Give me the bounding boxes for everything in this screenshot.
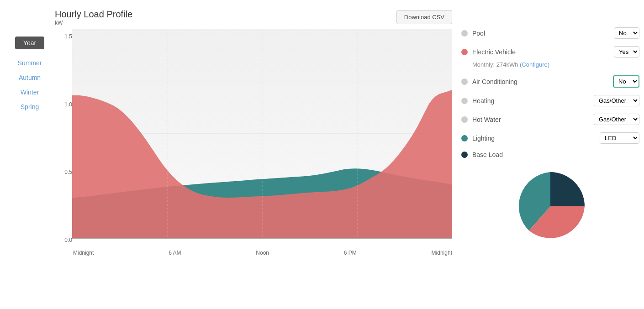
y-axis-labels: 1.5 1.0 0.5 0.0 [55, 29, 72, 248]
legend-row-lighting: Lighting LED Standard [461, 132, 639, 144]
ac-label: Air Conditioning [472, 78, 608, 85]
chart-area: Hourly Load Profile kW Download CSV 1.5 … [55, 9, 461, 256]
lighting-dot [461, 135, 468, 141]
pie-chart-area [461, 168, 639, 245]
chart-wrapper: 1.5 1.0 0.5 0.0 [55, 29, 452, 248]
x-label-6pm: 6 PM [344, 250, 357, 256]
baseload-label: Base Load [472, 151, 639, 158]
sidebar-item-autumn[interactable]: Autumn [19, 72, 41, 83]
configure-link[interactable]: (Configure) [520, 61, 549, 68]
legend-row-hotwater: Hot Water Gas/Other Electric Heat Pump [461, 114, 639, 125]
x-axis-labels: Midnight 6 AM Noon 6 PM Midnight [55, 248, 452, 256]
y-label-1.0: 1.0 [55, 101, 72, 108]
x-label-midnight-start: Midnight [73, 250, 94, 256]
pie-chart [512, 168, 589, 245]
y-label-0.5: 0.5 [55, 169, 72, 175]
ac-select[interactable]: No Yes [613, 75, 639, 88]
baseload-dot [461, 152, 468, 158]
legend-row-baseload: Base Load [461, 151, 639, 158]
download-csv-button[interactable]: Download CSV [396, 10, 452, 24]
chart-title: Hourly Load Profile [55, 9, 132, 20]
ev-label: Electric Vehicle [472, 48, 609, 56]
x-label-noon: Noon [256, 250, 269, 256]
legend-row-ev: Electric Vehicle No Yes [461, 46, 639, 58]
lighting-label: Lighting [472, 135, 595, 142]
chart-inner [72, 29, 452, 248]
hotwater-select[interactable]: Gas/Other Electric Heat Pump [594, 114, 639, 125]
ac-dot [461, 79, 468, 85]
sidebar: Year Summer Autumn Winter Spring [5, 9, 55, 256]
y-axis-unit: kW [55, 20, 132, 26]
y-label-1.5: 1.5 [55, 33, 72, 40]
heating-label: Heating [472, 97, 589, 105]
hotwater-dot [461, 116, 468, 123]
lighting-select[interactable]: LED Standard [600, 132, 639, 144]
x-label-midnight-end: Midnight [432, 250, 452, 256]
ev-dot [461, 49, 468, 55]
year-button[interactable]: Year [15, 37, 44, 49]
x-label-6am: 6 AM [169, 250, 181, 256]
pool-dot [461, 30, 468, 37]
legend-row-pool: Pool No Yes [461, 27, 639, 39]
ev-select[interactable]: No Yes [614, 46, 639, 58]
sidebar-item-spring[interactable]: Spring [21, 101, 39, 112]
y-label-0.0: 0.0 [55, 237, 72, 243]
legend-row-ac: Air Conditioning No Yes [461, 75, 639, 88]
sidebar-item-summer[interactable]: Summer [18, 58, 42, 68]
pool-label: Pool [472, 30, 609, 37]
right-panel: Pool No Yes Electric Vehicle No Yes Mont… [461, 9, 639, 256]
chart-svg [72, 29, 452, 248]
heating-dot [461, 98, 468, 104]
hotwater-label: Hot Water [472, 116, 589, 123]
sidebar-item-winter[interactable]: Winter [21, 87, 39, 98]
monthly-note: Monthly: 274kWh (Configure) [472, 61, 639, 68]
pool-select[interactable]: No Yes [614, 27, 639, 39]
heating-select[interactable]: Gas/Other Electric Heat Pump [594, 95, 639, 106]
legend-row-heating: Heating Gas/Other Electric Heat Pump [461, 95, 639, 106]
